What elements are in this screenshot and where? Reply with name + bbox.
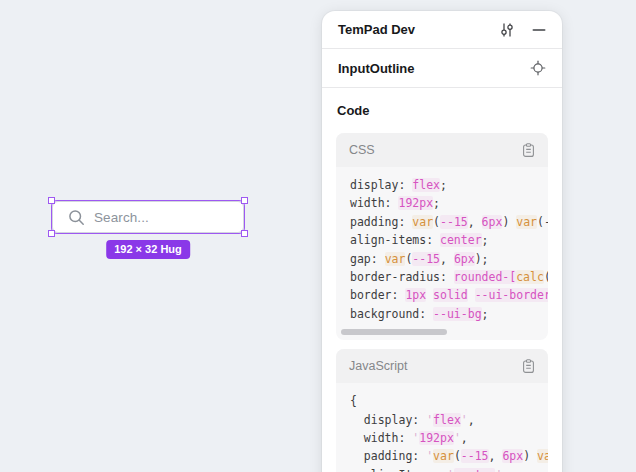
css-block-label: CSS (349, 143, 375, 157)
selection-handle-bottom-left[interactable] (48, 230, 55, 237)
selection-handle-top-right[interactable] (241, 197, 248, 204)
javascript-block-label: JavaScript (349, 359, 407, 373)
magnifier-icon (68, 209, 85, 226)
panel-title: TemPad Dev (338, 22, 482, 37)
code-line: alignItems: 'center', (336, 466, 548, 472)
clipboard-icon[interactable] (522, 359, 535, 374)
css-block-header: CSS (336, 133, 548, 167)
css-code-block: CSS display: flex;width: 192px;padding: … (336, 133, 548, 340)
search-placeholder-text: Search... (94, 210, 149, 225)
code-line: align-items: center; (336, 231, 548, 249)
code-line: border: 1px solid --ui-border- (336, 286, 548, 304)
javascript-code-body: { display: 'flex', width: '192px', paddi… (336, 383, 548, 472)
code-line: padding: var(--15, 6px) var(-- (336, 213, 548, 231)
code-line: { (336, 392, 548, 410)
tempad-dev-panel: TemPad Dev InputOutline (322, 11, 562, 472)
code-line: display: flex; (336, 176, 548, 194)
css-code-body: display: flex;width: 192px;padding: var(… (336, 167, 548, 326)
code-line: padding: 'var(--15, 6px) var( (336, 447, 548, 465)
dimensions-badge: 192 × 32 Hug (106, 240, 190, 259)
code-line: width: '192px', (336, 429, 548, 447)
code-line: background: --ui-bg; (336, 305, 548, 323)
code-section: Code CSS display: flex;width: 192px;padd… (322, 88, 562, 472)
code-line: width: 192px; (336, 194, 548, 212)
horizontal-scrollbar (341, 329, 543, 335)
javascript-code-block: JavaScript { display: 'flex', width: '19… (336, 349, 548, 472)
selected-component[interactable]: Search... 192 × 32 Hug (52, 201, 244, 233)
minimize-button[interactable] (532, 23, 546, 37)
code-line: border-radius: rounded-[calc(var (336, 268, 548, 286)
code-line: display: 'flex', (336, 411, 548, 429)
javascript-block-header: JavaScript (336, 349, 548, 383)
sliders-icon[interactable] (499, 22, 515, 38)
component-row: InputOutline (322, 49, 562, 88)
selection-handle-top-left[interactable] (48, 197, 55, 204)
code-line: gap: var(--15, 6px); (336, 250, 548, 268)
component-name: InputOutline (338, 61, 530, 76)
crosshair-icon[interactable] (530, 60, 546, 76)
search-input-component[interactable]: Search... (52, 201, 244, 233)
section-title: Code (337, 103, 548, 118)
selection-handle-bottom-right[interactable] (241, 230, 248, 237)
clipboard-icon[interactable] (522, 143, 535, 158)
scrollbar-thumb[interactable] (341, 329, 447, 335)
panel-header: TemPad Dev (322, 11, 562, 49)
